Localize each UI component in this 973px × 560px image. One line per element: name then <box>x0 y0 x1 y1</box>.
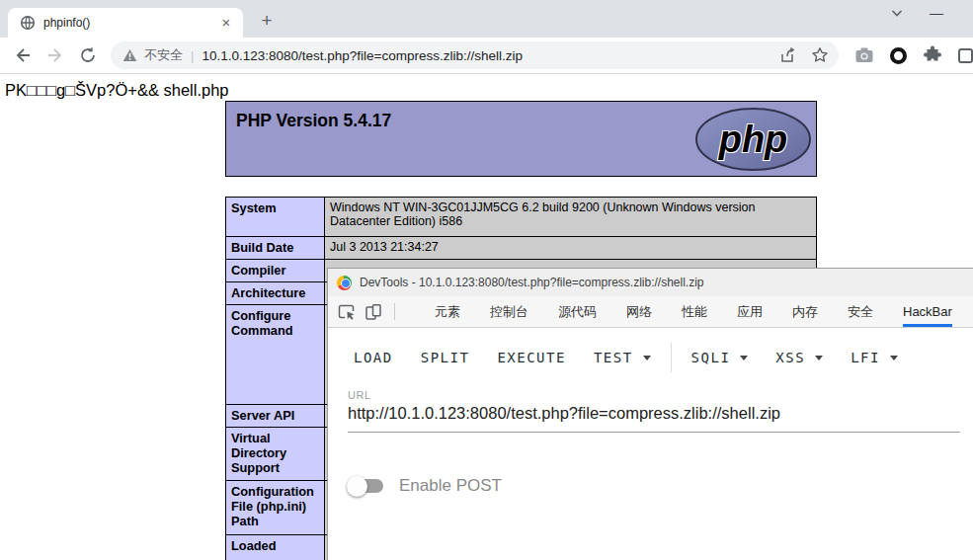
execute-button[interactable]: EXECUTE <box>483 343 580 372</box>
address-url-text[interactable]: 10.1.0.123:8080/test.php?file=compress.z… <box>202 48 766 63</box>
devtools-tabs: 元素 控制台 源代码 网络 性能 应用 内存 安全 HackBar Lighth… <box>405 296 973 327</box>
tabbar-separator <box>394 303 395 320</box>
chevron-down-icon <box>643 356 651 360</box>
table-row: System Windows NT WIN-3GC01JJM5CG 6.2 bu… <box>226 198 817 237</box>
enable-post-label: Enable POST <box>399 476 502 496</box>
devtools-tab-network[interactable]: 网络 <box>626 296 652 327</box>
row-value: Jul 3 2013 21:34:27 <box>325 237 817 260</box>
row-label: Configuration File (php.ini) Path <box>226 481 325 535</box>
zip-garbled-output-text: PK□□□g□ŠVp?Ö+&& shell.php <box>5 81 229 100</box>
address-separator: | <box>191 48 194 63</box>
extensions-puzzle-icon[interactable] <box>923 45 942 65</box>
browser-toolbar: 不安全 | 10.1.0.123:8080/test.php?file=comp… <box>0 38 973 74</box>
device-toolbar-icon[interactable] <box>365 303 382 321</box>
reload-button-icon[interactable] <box>78 45 98 65</box>
row-label: Server API <box>226 405 325 428</box>
bookmark-star-icon[interactable] <box>811 46 829 64</box>
enable-post-toggle[interactable] <box>350 479 383 493</box>
devtools-window: DevTools - 10.1.0.123:8080/test.php?file… <box>327 268 973 560</box>
row-label: Configure Command <box>226 305 325 405</box>
devtools-tab-console[interactable]: 控制台 <box>490 296 528 327</box>
enable-post-row: Enable POST <box>350 476 973 496</box>
devtools-title: DevTools - 10.1.0.123:8080/test.php?file… <box>360 276 704 289</box>
url-field-value[interactable]: http://10.1.0.123:8080/test.php?file=com… <box>348 404 973 423</box>
sqli-dropdown-label: SQLI <box>691 350 731 365</box>
xss-dropdown[interactable]: XSS <box>762 343 837 372</box>
url-field-label: URL <box>348 389 973 401</box>
load-button[interactable]: LOAD <box>340 343 407 372</box>
devtools-tab-hackbar[interactable]: HackBar <box>903 296 952 327</box>
devtools-tab-bar: 元素 控制台 源代码 网络 性能 应用 内存 安全 HackBar Lighth… <box>328 296 973 328</box>
browser-tab-phpinfo[interactable]: phpinfo() × <box>8 8 243 38</box>
row-label: Loaded <box>226 535 325 560</box>
inspect-element-icon[interactable] <box>338 303 356 321</box>
window-minimize-button[interactable]: — <box>930 6 943 20</box>
screenshot-camera-extension-icon[interactable] <box>854 45 874 65</box>
back-button-icon[interactable] <box>13 45 33 65</box>
url-field[interactable]: URL http://10.1.0.123:8080/test.php?file… <box>348 389 973 433</box>
url-field-underline <box>348 432 960 433</box>
row-label: Virtual Directory Support <box>226 428 325 481</box>
devtools-tab-memory[interactable]: 内存 <box>792 296 818 327</box>
test-dropdown[interactable]: TEST <box>580 343 665 372</box>
not-secure-warning-icon[interactable] <box>122 48 137 62</box>
php-logo: php <box>694 107 812 172</box>
hackbar-toolbar: LOAD SPLIT EXECUTE TEST SQLI XSS LFI <box>340 343 973 372</box>
toolbar-separator <box>671 343 672 372</box>
ring-extension-icon[interactable] <box>890 47 907 64</box>
lfi-dropdown[interactable]: LFI <box>837 343 912 372</box>
tab-search-chevron-icon[interactable] <box>890 6 904 20</box>
forward-button-icon[interactable] <box>45 45 65 65</box>
profile-avatar-partial[interactable] <box>958 48 973 63</box>
hackbar-panel: LOAD SPLIT EXECUTE TEST SQLI XSS LFI URL… <box>328 343 973 496</box>
row-label: Compiler <box>226 260 325 282</box>
test-dropdown-label: TEST <box>594 350 633 365</box>
sqli-dropdown[interactable]: SQLI <box>678 343 763 372</box>
chevron-down-icon <box>815 356 823 360</box>
row-label: System <box>226 198 325 237</box>
tab-close-icon[interactable]: × <box>217 14 235 32</box>
tab-title: phpinfo() <box>43 16 217 30</box>
row-label: Build Date <box>226 237 325 260</box>
toggle-knob <box>347 476 367 497</box>
browser-tab-strip: phpinfo() × + — <box>0 0 973 38</box>
devtools-tab-elements[interactable]: 元素 <box>435 296 460 327</box>
devtools-tab-application[interactable]: 应用 <box>737 296 763 327</box>
page-content: PK□□□g□ŠVp?Ö+&& shell.php PHP Version 5.… <box>0 74 973 560</box>
new-tab-button[interactable]: + <box>255 10 279 34</box>
xss-dropdown-label: XSS <box>775 350 805 365</box>
table-row: Build Date Jul 3 2013 21:34:27 <box>226 237 817 260</box>
chevron-down-icon <box>740 356 748 360</box>
chrome-logo-icon <box>337 276 352 290</box>
row-label: Architecture <box>226 282 325 305</box>
devtools-titlebar[interactable]: DevTools - 10.1.0.123:8080/test.php?file… <box>328 269 973 296</box>
devtools-tab-sources[interactable]: 源代码 <box>558 296 597 327</box>
share-icon[interactable] <box>779 46 797 64</box>
split-button[interactable]: SPLIT <box>407 343 484 372</box>
phpinfo-header: PHP Version 5.4.17 php <box>225 101 817 177</box>
row-value: Windows NT WIN-3GC01JJM5CG 6.2 build 920… <box>325 198 817 237</box>
devtools-tab-performance[interactable]: 性能 <box>682 296 707 327</box>
globe-favicon-icon <box>20 15 36 31</box>
not-secure-label[interactable]: 不安全 <box>144 46 183 64</box>
chevron-down-icon <box>890 356 898 360</box>
address-bar[interactable]: 不安全 | 10.1.0.123:8080/test.php?file=comp… <box>111 41 839 69</box>
svg-text:php: php <box>718 119 788 160</box>
devtools-tab-security[interactable]: 安全 <box>848 296 873 327</box>
lfi-dropdown-label: LFI <box>851 350 880 365</box>
